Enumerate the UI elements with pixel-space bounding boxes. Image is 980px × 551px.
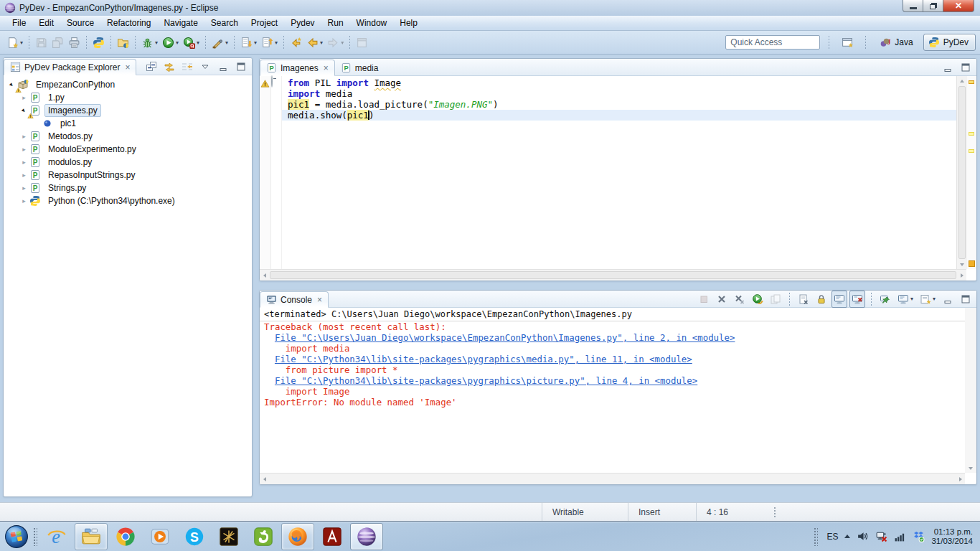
quick-access-input[interactable] xyxy=(725,35,820,50)
menu-file[interactable]: File xyxy=(6,17,32,29)
dropdown-arrow-icon[interactable]: ▾ xyxy=(910,296,913,302)
minimize-button[interactable] xyxy=(940,291,956,308)
next-annotation-button[interactable]: ▾ xyxy=(238,34,259,51)
code-line[interactable]: media.show(pic1) xyxy=(282,110,976,121)
expand-arrow-icon[interactable]: ▸ xyxy=(19,146,29,153)
tab-console[interactable]: Console × xyxy=(260,291,329,308)
menu-help[interactable]: Help xyxy=(393,17,424,29)
window-restore-button[interactable] xyxy=(923,0,943,12)
open-perspective-button[interactable] xyxy=(838,34,857,51)
taskbar-windows-explorer[interactable] xyxy=(75,523,108,550)
code-area[interactable]: from PIL import Imageimport mediapic1 = … xyxy=(282,76,976,269)
occurrence-marker[interactable] xyxy=(969,149,974,153)
scroll-right-icon[interactable] xyxy=(957,270,966,281)
scroll-up-icon[interactable] xyxy=(957,76,967,85)
perspective-java-button[interactable]: JJava xyxy=(875,34,920,51)
code-line[interactable]: from PIL import Image xyxy=(282,77,976,88)
annotation-ruler[interactable] xyxy=(260,76,271,269)
pin-console-button[interactable] xyxy=(877,291,893,308)
remove-all-terminated-button[interactable] xyxy=(732,291,748,308)
new-wizard-button[interactable]: ▾ xyxy=(4,34,25,51)
tree-item-1-py[interactable]: ▸P1.py xyxy=(4,91,252,104)
console-output[interactable]: Traceback (most recent call last): File … xyxy=(260,321,965,473)
minimize-button[interactable] xyxy=(215,58,231,75)
tree-item-imagenes-py[interactable]: ▸PImagenes.py xyxy=(4,104,252,117)
dropdown-arrow-icon[interactable]: ▾ xyxy=(225,39,228,46)
code-line[interactable]: pic1 = media.load_picture("Imagen.PNG") xyxy=(282,99,976,110)
fold-marker[interactable] xyxy=(271,76,281,87)
taskbar-adobe-reader[interactable] xyxy=(316,523,349,550)
editor-body[interactable]: from PIL import Imageimport mediapic1 = … xyxy=(260,76,976,269)
signal-strength-icon[interactable] xyxy=(894,530,906,542)
maximize-button[interactable] xyxy=(958,291,974,308)
folding-ruler[interactable] xyxy=(271,76,282,269)
back-button[interactable]: ▾ xyxy=(304,34,325,51)
scroll-left-icon[interactable] xyxy=(260,474,269,484)
start-button[interactable] xyxy=(2,522,31,551)
clear-console-button[interactable] xyxy=(796,291,811,308)
taskbar-firefox[interactable] xyxy=(281,523,314,550)
menu-refactoring[interactable]: Refactoring xyxy=(100,17,157,29)
close-tab-icon[interactable]: × xyxy=(324,65,329,72)
collapse-fold-icon[interactable] xyxy=(271,75,273,88)
clock[interactable]: 01:13 p.m. 31/03/2014 xyxy=(931,527,973,546)
stack-trace-link[interactable]: File "C:\Python34\lib\site-packages\pygr… xyxy=(275,354,692,364)
external-tools-button[interactable]: ▾ xyxy=(209,34,230,51)
debug-button[interactable]: ▾ xyxy=(139,34,160,51)
tree-item-moduloexperimento-py[interactable]: ▸PModuloExperimento.py xyxy=(4,143,252,156)
taskbar-evernote[interactable] xyxy=(247,523,280,550)
occurrence-marker[interactable] xyxy=(969,132,974,136)
show-stderr-button[interactable] xyxy=(849,291,865,308)
profile-button[interactable]: ▾ xyxy=(181,34,202,51)
menu-pydev[interactable]: Pydev xyxy=(284,17,321,29)
menu-window[interactable]: Window xyxy=(350,17,394,29)
console-vertical-scrollbar[interactable] xyxy=(965,308,976,473)
warning-marker[interactable] xyxy=(969,80,974,84)
remove-launch-button[interactable] xyxy=(714,291,730,308)
tree-item-empezanconpython[interactable]: ▸EmpezanConPython xyxy=(4,78,252,91)
stack-trace-link[interactable]: File "C:\Python34\lib\site-packages\pygr… xyxy=(275,375,697,386)
editor-horizontal-scrollbar[interactable] xyxy=(260,269,966,281)
dropdown-arrow-icon[interactable]: ▾ xyxy=(275,39,278,46)
maximize-button[interactable] xyxy=(958,59,974,76)
window-close-button[interactable]: ✕ xyxy=(943,0,974,12)
menu-edit[interactable]: Edit xyxy=(32,17,60,29)
menu-project[interactable]: Project xyxy=(245,17,284,29)
dropdown-arrow-icon[interactable]: ▾ xyxy=(320,39,323,46)
language-indicator[interactable]: ES xyxy=(826,532,838,542)
expand-arrow-icon[interactable]: ▸ xyxy=(19,159,29,166)
scroll-right-icon[interactable] xyxy=(956,474,965,484)
view-menu-button[interactable] xyxy=(197,58,213,75)
last-edit-location-button[interactable] xyxy=(288,34,304,51)
volume-icon[interactable] xyxy=(857,530,869,542)
relaunch-button[interactable] xyxy=(750,291,765,308)
focus-on-active-task-button[interactable] xyxy=(179,58,195,75)
dropdown-arrow-icon[interactable]: ▾ xyxy=(20,39,23,46)
show-hidden-icons-icon[interactable] xyxy=(844,534,850,538)
console-horizontal-scrollbar[interactable] xyxy=(260,473,965,484)
editor-tab-media[interactable]: Pmedia xyxy=(335,60,385,76)
taskbar-eclipse[interactable] xyxy=(350,523,383,550)
scrollbar-thumb[interactable] xyxy=(270,271,956,279)
scroll-left-icon[interactable] xyxy=(260,270,269,281)
taskbar-internet-explorer[interactable]: e xyxy=(40,523,73,550)
scrollbar-thumb[interactable] xyxy=(958,86,966,259)
tree-item-python-c-python34-python-exe-[interactable]: ▸Python (C:\Python34\python.exe) xyxy=(4,194,252,207)
menu-run[interactable]: Run xyxy=(321,17,350,29)
maximize-button[interactable] xyxy=(233,58,249,75)
python-interpreter-button[interactable] xyxy=(90,34,107,51)
tab-package-explorer[interactable]: PyDev Package Explorer × xyxy=(4,59,136,75)
tree-item-metodos-py[interactable]: ▸PMetodos.py xyxy=(4,130,252,143)
dropdown-arrow-icon[interactable]: ▾ xyxy=(176,39,179,46)
close-view-icon[interactable]: × xyxy=(317,296,322,303)
expand-arrow-icon[interactable]: ▸ xyxy=(19,94,29,101)
scroll-down-icon[interactable] xyxy=(965,463,976,473)
tree-item-modulos-py[interactable]: ▸Pmodulos.py xyxy=(4,156,252,169)
minimize-button[interactable] xyxy=(940,59,956,76)
overview-summary-marker[interactable] xyxy=(969,260,975,267)
expand-arrow-icon[interactable]: ▸ xyxy=(19,197,29,204)
open-console-button[interactable]: ▾ xyxy=(918,291,938,308)
stack-trace-link[interactable]: File "C:\Users\Juan Diego\workspace\Empe… xyxy=(275,332,735,343)
taskbar-skype[interactable]: S xyxy=(178,523,211,550)
dropdown-arrow-icon[interactable]: ▾ xyxy=(155,39,158,46)
